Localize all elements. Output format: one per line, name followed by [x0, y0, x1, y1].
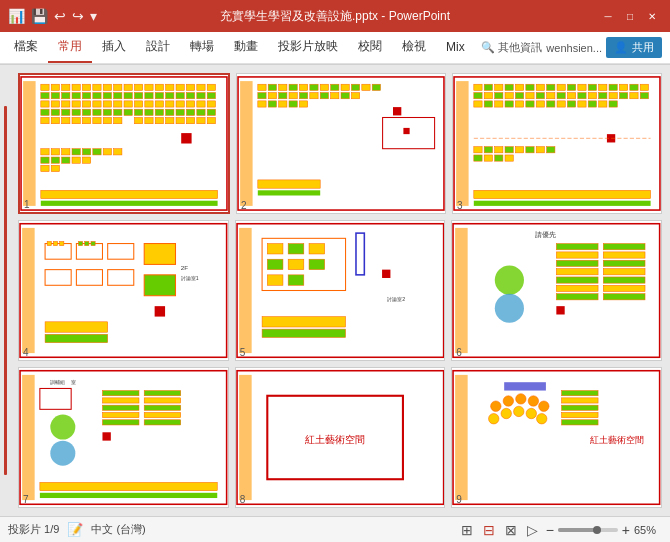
svg-rect-31 [166, 93, 174, 99]
svg-rect-259 [604, 294, 646, 300]
svg-rect-32 [176, 93, 184, 99]
svg-rect-97 [62, 157, 70, 163]
svg-rect-268 [102, 391, 139, 396]
zoom-control: − + 65% [546, 522, 662, 538]
svg-rect-229 [288, 244, 304, 254]
svg-rect-253 [604, 244, 646, 250]
svg-rect-19 [41, 93, 49, 99]
svg-rect-240 [262, 329, 345, 337]
svg-rect-93 [103, 149, 111, 155]
tab-slideshow[interactable]: 投影片放映 [268, 32, 348, 63]
svg-rect-74 [82, 118, 90, 124]
view-reading-button[interactable]: ⊠ [503, 522, 519, 538]
svg-rect-186 [599, 101, 607, 107]
slide-number-8: 8 [240, 494, 246, 505]
svg-rect-130 [279, 101, 287, 107]
tab-review[interactable]: 校閱 [348, 32, 392, 63]
svg-rect-280 [40, 493, 217, 498]
svg-rect-98 [72, 157, 80, 163]
svg-rect-137 [258, 190, 320, 195]
view-normal-button[interactable]: ⊞ [459, 522, 475, 538]
svg-rect-148 [557, 84, 565, 90]
svg-rect-262 [22, 375, 35, 500]
svg-rect-272 [102, 420, 139, 425]
slide-6[interactable]: 請優先 [451, 220, 662, 361]
svg-rect-94 [114, 149, 122, 155]
tab-insert[interactable]: 插入 [92, 32, 136, 63]
svg-rect-115 [351, 84, 359, 90]
slide-panel: 1 [10, 65, 670, 516]
slide-9[interactable]: 紅土藝術空間 9 [451, 367, 662, 508]
tab-mix[interactable]: Mix [436, 32, 475, 63]
zoom-minus-button[interactable]: − [546, 522, 554, 538]
slide-4[interactable]: 2F 討論室1 4 [18, 220, 229, 361]
view-grid-button[interactable]: ⊟ [481, 522, 497, 538]
svg-point-266 [50, 415, 75, 440]
slide-3[interactable]: 3 [452, 73, 662, 214]
maximize-button[interactable]: □ [620, 6, 640, 26]
svg-rect-127 [351, 93, 359, 99]
svg-text:紅土藝術空間: 紅土藝術空間 [590, 434, 644, 445]
share-button[interactable]: 👤 共用 [606, 37, 662, 58]
undo-icon[interactable]: ↩ [54, 8, 66, 24]
slide-1[interactable]: 1 [18, 73, 230, 214]
tab-view[interactable]: 檢視 [392, 32, 436, 63]
svg-rect-103 [41, 201, 218, 206]
svg-rect-111 [310, 84, 318, 90]
svg-point-267 [50, 441, 75, 466]
svg-rect-231 [267, 259, 283, 269]
svg-rect-49 [176, 101, 184, 107]
svg-rect-160 [505, 93, 513, 99]
slide-2[interactable]: 2 [236, 73, 446, 214]
svg-rect-171 [619, 93, 627, 99]
svg-rect-247 [557, 252, 599, 258]
slide-row-1: 1 [18, 73, 662, 214]
zoom-slider-handle[interactable] [593, 526, 601, 534]
svg-rect-56 [72, 109, 80, 115]
svg-rect-233 [309, 259, 325, 269]
svg-rect-214 [155, 306, 165, 316]
customize-icon[interactable]: ▾ [90, 8, 97, 24]
svg-rect-203 [474, 201, 651, 206]
svg-rect-15 [176, 84, 184, 90]
svg-rect-58 [93, 109, 101, 115]
tab-design[interactable]: 設計 [136, 32, 180, 63]
tab-transitions[interactable]: 轉場 [180, 32, 224, 63]
zoom-plus-button[interactable]: + [622, 522, 630, 538]
svg-rect-75 [93, 118, 101, 124]
svg-rect-165 [557, 93, 565, 99]
tab-animations[interactable]: 動畫 [224, 32, 268, 63]
svg-rect-282 [239, 375, 252, 500]
slide-7[interactable]: 訓輔組 室 [18, 367, 229, 508]
svg-rect-24 [93, 93, 101, 99]
slide-5[interactable]: 討論室2 5 [235, 220, 446, 361]
svg-rect-249 [557, 269, 599, 275]
redo-icon[interactable]: ↪ [72, 8, 84, 24]
svg-rect-11 [134, 84, 142, 90]
tab-home[interactable]: 常用 [48, 32, 92, 63]
svg-rect-271 [102, 412, 139, 417]
slide-row-3: 訓輔組 室 [18, 367, 662, 508]
view-slideshow-button[interactable]: ▷ [525, 522, 540, 538]
save-icon[interactable]: 💾 [31, 8, 48, 24]
slide-8[interactable]: 紅土藝術空間 8 [235, 367, 446, 508]
svg-rect-143 [505, 84, 513, 90]
slide-number-9: 9 [456, 494, 462, 505]
svg-rect-124 [320, 93, 328, 99]
svg-rect-132 [299, 101, 307, 107]
svg-rect-163 [536, 93, 544, 99]
user-label[interactable]: wenhsien... [546, 42, 602, 54]
status-icon-notes[interactable]: 📝 [67, 522, 83, 537]
svg-rect-175 [484, 101, 492, 107]
svg-rect-150 [578, 84, 586, 90]
svg-rect-153 [609, 84, 617, 90]
svg-text:2F: 2F [181, 264, 188, 271]
zoom-slider[interactable] [558, 528, 618, 532]
svg-rect-83 [186, 118, 194, 124]
tab-file[interactable]: 檔案 [4, 32, 48, 63]
svg-rect-67 [186, 109, 194, 115]
svg-rect-1 [23, 81, 35, 206]
slide-number-7: 7 [23, 494, 29, 505]
minimize-button[interactable]: ─ [598, 6, 618, 26]
close-button[interactable]: ✕ [642, 6, 662, 26]
